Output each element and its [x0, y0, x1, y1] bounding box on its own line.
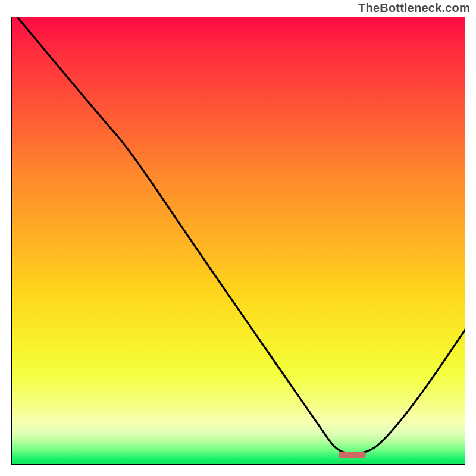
plot-area	[11, 17, 465, 465]
optimal-marker	[339, 452, 366, 458]
watermark-text: TheBottleneck.com	[358, 1, 470, 15]
chart-stage: TheBottleneck.com	[0, 0, 476, 476]
chart-svg	[12, 17, 465, 464]
bottleneck-curve	[17, 17, 465, 453]
